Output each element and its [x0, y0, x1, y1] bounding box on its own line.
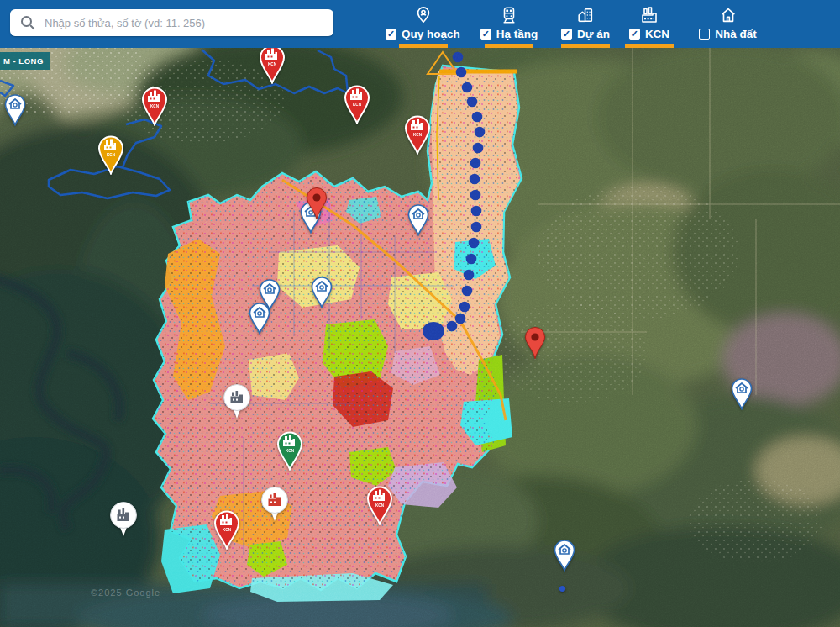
balloon-pin-icon: [306, 187, 328, 220]
house-pin-icon: [248, 303, 271, 335]
kcn-marker[interactable]: KCN: [403, 115, 432, 155]
app-window: M - LONG ©2025 Google KCN KCN KCN KCN: [0, 0, 840, 627]
svg-text:KCN: KCN: [286, 449, 295, 453]
house-pin-icon: [730, 378, 753, 410]
search-input[interactable]: [43, 16, 333, 30]
tab-kcn[interactable]: ✓ KCN: [619, 0, 680, 48]
kcn-marker[interactable]: KCN: [213, 510, 241, 550]
house-marker[interactable]: [248, 303, 271, 335]
kcn-marker[interactable]: KCN: [258, 45, 286, 84]
house-marker[interactable]: [730, 378, 753, 410]
ha-tang-checkbox[interactable]: ✓: [480, 29, 491, 40]
factory-pin-icon: KCN: [97, 135, 125, 175]
factory-pin-icon: KCN: [365, 486, 394, 525]
house-icon: [719, 4, 738, 26]
tab-label: Nhà đất: [715, 28, 757, 40]
svg-text:KCN: KCN: [268, 62, 277, 66]
cluster-marker[interactable]: [222, 383, 252, 420]
tab-label: KCN: [645, 28, 669, 40]
map-attribution: ©2025 Google: [91, 587, 160, 598]
svg-text:KCN: KCN: [223, 528, 232, 532]
active-tab-underline: [625, 44, 674, 48]
house-pin-icon: [3, 94, 27, 126]
active-tab-underline: [561, 44, 610, 48]
map-pin-icon: [414, 4, 433, 26]
small-dot-marker[interactable]: [559, 585, 566, 593]
house-pin-icon: [553, 540, 576, 572]
svg-text:KCN: KCN: [413, 133, 423, 137]
house-marker[interactable]: [407, 204, 430, 236]
factory-icon: [639, 4, 659, 26]
house-marker[interactable]: [310, 277, 333, 308]
cluster-marker[interactable]: [108, 501, 139, 538]
location-marker[interactable]: [306, 187, 328, 220]
balloon-pin-icon: [524, 326, 546, 360]
kcn-checkbox[interactable]: ✓: [629, 29, 640, 40]
svg-text:KCN: KCN: [107, 153, 116, 157]
factory-pin-icon: KCN: [140, 87, 169, 126]
parcel-search-box[interactable]: [10, 9, 333, 36]
tab-label: Quy hoạch: [402, 28, 460, 40]
factory-pin-icon: KCN: [343, 85, 371, 124]
active-tab-underline: [399, 44, 448, 48]
quy-hoach-checkbox[interactable]: ✓: [386, 29, 396, 40]
house-pin-icon: [407, 204, 430, 236]
cluster-marker[interactable]: [260, 486, 290, 523]
kcn-marker[interactable]: KCN: [97, 135, 125, 175]
factory-pin-icon: KCN: [276, 431, 304, 471]
dot-icon: [559, 585, 566, 593]
location-marker[interactable]: [524, 326, 546, 360]
kcn-marker[interactable]: KCN: [365, 486, 394, 525]
svg-text:KCN: KCN: [150, 104, 160, 108]
house-marker[interactable]: [553, 540, 576, 572]
svg-text:KCN: KCN: [375, 503, 385, 508]
factory-pin-icon: KCN: [403, 115, 432, 155]
region-label: M - LONG: [0, 52, 50, 70]
nha-dat-checkbox[interactable]: ✓: [699, 29, 710, 40]
factory-pin-icon: KCN: [258, 45, 286, 84]
tab-du-an[interactable]: ✓ Dự án: [548, 0, 623, 48]
house-pin-icon: [310, 277, 333, 308]
tab-nha-dat[interactable]: ✓ Nhà đất: [684, 0, 772, 48]
svg-text:KCN: KCN: [353, 103, 362, 107]
du-an-checkbox[interactable]: ✓: [561, 29, 572, 40]
factory-circle-icon: [222, 383, 252, 420]
house-marker[interactable]: [3, 94, 27, 126]
kcn-marker[interactable]: KCN: [140, 87, 169, 126]
tab-quy-hoach[interactable]: ✓ Quy hoạch: [375, 0, 471, 48]
building-icon: [576, 4, 595, 26]
search-icon: [20, 15, 35, 30]
kcn-marker[interactable]: KCN: [276, 431, 304, 471]
active-tab-underline: [485, 44, 533, 48]
factory-circle-icon: [108, 501, 139, 538]
tab-label: Hạ tầng: [496, 28, 538, 40]
train-icon: [500, 4, 518, 26]
tab-ha-tang[interactable]: ✓ Hạ tầng: [467, 0, 551, 48]
kcn-marker[interactable]: KCN: [343, 85, 371, 124]
tab-label: Dự án: [577, 28, 610, 40]
factory-circle-icon: [260, 486, 290, 523]
factory-pin-icon: KCN: [213, 510, 241, 550]
top-toolbar: ✓ Quy hoạch ✓ Hạ tầng: [0, 0, 840, 48]
